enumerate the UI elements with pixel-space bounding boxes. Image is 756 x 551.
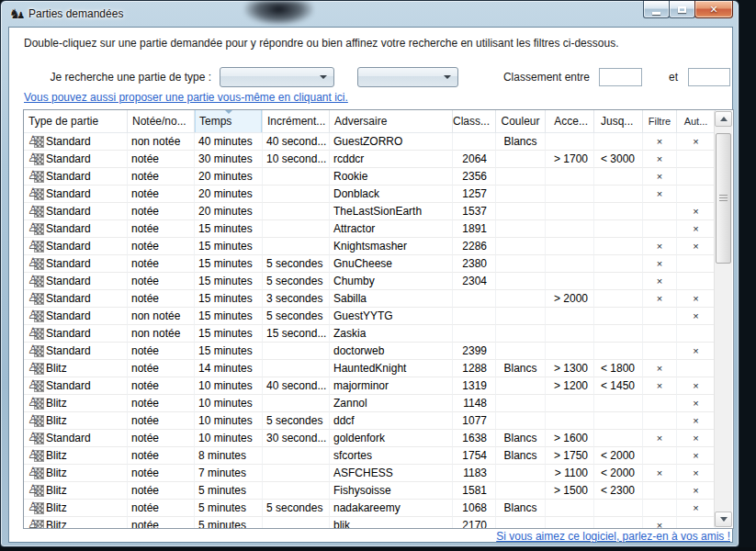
game-request-row[interactable]: Standard notée 20 minutes Rookie 2356 ×	[24, 168, 733, 186]
game-request-row[interactable]: Blitz notée 10 minutes Zannol 1148 ×	[24, 395, 733, 412]
cell-up-to	[594, 255, 643, 273]
scroll-up-button[interactable]	[715, 111, 732, 127]
cell-type: Standard	[24, 186, 128, 203]
cell-opponent: sfcortes	[330, 447, 453, 465]
cell-time: 5 minutes	[195, 517, 263, 528]
rating-range-label: Classement entre	[487, 71, 590, 84]
cell-auto: ×	[677, 395, 716, 412]
game-request-row[interactable]: Standard non notée 40 minutes 40 second.…	[24, 133, 733, 151]
cell-accept-above	[546, 133, 594, 151]
game-request-row[interactable]: Standard notée 10 minutes 40 second... m…	[24, 377, 733, 395]
cell-accept-above: > 1700	[546, 151, 594, 168]
column-header-adversaire[interactable]: Adversaire	[330, 110, 453, 133]
game-request-row[interactable]: Standard notée 15 minutes 5 secondes Gnu…	[24, 255, 733, 273]
cell-opponent: ddcf	[330, 412, 453, 430]
cell-filter: ×	[643, 377, 677, 395]
cell-type: Standard	[24, 238, 128, 255]
column-header-jusqua[interactable]: Jusq...	[594, 110, 643, 133]
column-header-accepte[interactable]: Acce...	[546, 110, 594, 133]
game-request-row[interactable]: Blitz notée 5 minutes 5 secondes nadakar…	[24, 500, 733, 517]
cell-rating: 1183	[453, 465, 496, 482]
game-type-select[interactable]	[220, 67, 334, 87]
cell-type: Standard	[24, 343, 128, 360]
seek-pawn-icon	[28, 520, 43, 529]
cell-color	[496, 343, 546, 360]
cell-up-to	[594, 238, 643, 255]
cell-rated: notée	[128, 290, 195, 308]
cell-opponent: HauntedKnight	[330, 360, 453, 377]
game-request-row[interactable]: Standard notée 15 minutes Knightsmasher …	[24, 238, 733, 255]
cell-type: Standard	[24, 133, 128, 151]
column-header-auto[interactable]: Aut...	[677, 110, 716, 133]
cell-rating: 2356	[453, 168, 496, 186]
game-request-row[interactable]: Standard notée 20 minutes TheLastSionEar…	[24, 203, 733, 220]
game-request-row[interactable]: Standard notée 20 minutes Donblack 1257 …	[24, 186, 733, 203]
game-request-row[interactable]: Blitz notée 5 minutes blik 2170 ×	[24, 517, 733, 528]
cell-accept-above	[546, 517, 594, 528]
game-request-row[interactable]: Standard notée 10 minutes 30 second... g…	[24, 430, 733, 447]
games-table-header: Type de partieNotée/no...TempsIncrément.…	[24, 110, 733, 133]
cell-increment	[263, 168, 330, 186]
maximize-button[interactable]	[669, 1, 695, 18]
cell-filter: ×	[643, 238, 677, 255]
cell-filter	[643, 412, 677, 430]
titlebar[interactable]: ♞♟ Parties demandées ✕	[1, 1, 739, 27]
cell-up-to	[594, 133, 643, 151]
cell-accept-above: > 2000	[546, 290, 594, 308]
close-button[interactable]: ✕	[694, 1, 733, 18]
column-header-increment[interactable]: Incrément...	[263, 110, 330, 133]
rating-min-input[interactable]	[599, 68, 642, 86]
game-request-row[interactable]: Standard non notée 15 minutes 15 second.…	[24, 325, 733, 343]
game-request-row[interactable]: Blitz notée 5 minutes Fishysoisse 1581 >…	[24, 482, 733, 500]
game-request-row[interactable]: Blitz notée 8 minutes sfcortes 1754 Blan…	[24, 447, 733, 465]
cell-up-to	[594, 290, 643, 308]
game-request-row[interactable]: Standard notée 30 minutes 10 second... r…	[24, 151, 733, 168]
game-request-row[interactable]: Standard notée 15 minutes Attractor 1891…	[24, 220, 733, 238]
column-header-couleur[interactable]: Couleur	[496, 110, 546, 133]
cell-rating: 1754	[453, 447, 496, 465]
cell-time: 10 minutes	[195, 430, 263, 447]
game-request-row[interactable]: Standard notée 15 minutes 3 secondes Sab…	[24, 290, 733, 308]
cell-up-to: < 3000	[594, 151, 643, 168]
rating-max-input[interactable]	[688, 68, 730, 86]
column-header-temps[interactable]: Temps	[195, 110, 263, 133]
game-request-row[interactable]: Blitz notée 14 minutes HauntedKnight 128…	[24, 360, 733, 377]
desktop-background	[738, 0, 756, 551]
cell-rating: 1581	[453, 482, 496, 500]
cell-color	[496, 273, 546, 290]
cell-auto: ×	[677, 238, 716, 255]
scroll-down-button[interactable]	[715, 512, 732, 527]
cell-up-to	[594, 500, 643, 517]
game-request-row[interactable]: Blitz notée 10 minutes 5 secondes ddcf 1…	[24, 412, 733, 430]
game-request-row[interactable]: Standard non notée 15 minutes 5 secondes…	[24, 308, 733, 325]
cell-type: Blitz	[24, 465, 128, 482]
cell-type: Blitz	[24, 447, 128, 465]
cell-rating	[453, 325, 496, 343]
seek-pawn-icon	[28, 398, 43, 410]
seek-pawn-icon	[28, 363, 43, 375]
column-header-classement[interactable]: Class...	[453, 110, 496, 133]
game-subtype-select[interactable]	[357, 67, 458, 87]
column-header-type[interactable]: Type de partie	[24, 110, 128, 133]
minimize-button[interactable]	[643, 1, 670, 18]
game-request-row[interactable]: Standard notée 15 minutes doctorweb 2399…	[24, 343, 733, 360]
game-request-row[interactable]: Blitz notée 7 minutes ASFCHESS 1183 > 11…	[24, 465, 733, 482]
cell-filter: ×	[643, 517, 677, 528]
propose-game-link[interactable]: Vous pouvez aussi proposer une partie vo…	[24, 91, 348, 104]
cell-up-to: < 2300	[594, 482, 643, 500]
game-request-row[interactable]: Standard notée 15 minutes 5 secondes Chu…	[24, 273, 733, 290]
cell-color	[496, 238, 546, 255]
cell-time: 40 minutes	[195, 133, 263, 151]
cell-up-to	[594, 430, 643, 447]
vertical-scrollbar[interactable]	[714, 111, 732, 527]
cell-up-to	[594, 273, 643, 290]
cell-type: Blitz	[24, 395, 128, 412]
scrollbar-thumb[interactable]	[716, 133, 731, 264]
cell-color	[496, 203, 546, 220]
column-header-filtre[interactable]: Filtre	[643, 110, 677, 133]
cell-auto	[677, 151, 716, 168]
cell-rating: 2399	[453, 343, 496, 360]
cell-time: 15 minutes	[195, 308, 263, 325]
column-header-notee[interactable]: Notée/no...	[128, 110, 195, 133]
share-link[interactable]: Si vous aimez ce logiciel, parlez-en à v…	[496, 530, 730, 543]
